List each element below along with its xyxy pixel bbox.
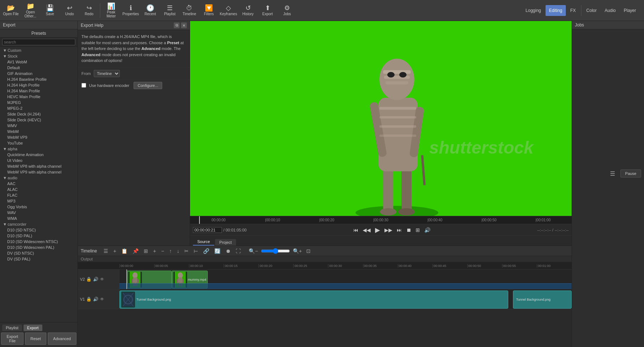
timeline-button[interactable]: ⏱ Timeline bbox=[180, 1, 199, 20]
zoom-fit-btn[interactable]: ⊡ bbox=[305, 247, 312, 255]
tl-record-btn[interactable]: ⏺ bbox=[224, 247, 232, 255]
preset-group-alpha[interactable]: ▼ alpha bbox=[0, 146, 77, 152]
preset-item-default[interactable]: Default bbox=[0, 65, 77, 71]
source-tab[interactable]: Source bbox=[193, 238, 214, 246]
preset-item-gif[interactable]: GIF Animation bbox=[0, 71, 77, 76]
tl-lower-btn[interactable]: ↓ bbox=[175, 247, 181, 255]
playlist-button[interactable]: ☰ Playlist bbox=[160, 1, 179, 20]
preset-item-flac[interactable]: FLAC bbox=[0, 192, 77, 198]
track-v1-content[interactable]: Tunnel Background.png Tunnel Background.… bbox=[119, 289, 572, 309]
preset-item-wma[interactable]: WMA bbox=[0, 216, 77, 221]
advanced-button[interactable]: Advanced bbox=[48, 333, 76, 345]
preset-group-audio[interactable]: ▼ audio bbox=[0, 175, 77, 181]
preset-item-webmvp9[interactable]: WebM VP9 bbox=[0, 134, 77, 140]
preset-item-utvideo[interactable]: Ut Video bbox=[0, 158, 77, 163]
playlist-tab-btn[interactable]: Playlist bbox=[2, 325, 22, 331]
project-tab[interactable]: Project bbox=[215, 239, 236, 246]
preset-item-dvpal[interactable]: DV (SD PAL) bbox=[0, 256, 77, 262]
tl-menu-btn[interactable]: ☰ bbox=[102, 247, 110, 255]
zoom-in-btn[interactable]: 🔍+ bbox=[291, 247, 303, 255]
jobs-button[interactable]: ⚙ Jobs bbox=[278, 1, 296, 20]
export-button[interactable]: ⬆ Export bbox=[258, 1, 277, 20]
editing-workspace-btn[interactable]: Editing bbox=[546, 5, 566, 16]
tl-paste-btn[interactable]: 📌 bbox=[131, 247, 140, 255]
save-button[interactable]: 💾 Save bbox=[41, 1, 59, 20]
preset-item-h264high[interactable]: H.264 High Profile bbox=[0, 82, 77, 88]
track-v1-clip-2[interactable]: Tunnel Background.png bbox=[513, 290, 572, 309]
preset-item-d10ntsc[interactable]: D10 (SD NTSC) bbox=[0, 227, 77, 233]
play-reverse-button[interactable]: ◀◀ bbox=[361, 226, 372, 234]
properties-button[interactable]: ℹ Properties bbox=[121, 1, 140, 20]
export-file-button[interactable]: Export File bbox=[1, 333, 24, 345]
tl-clip-btn[interactable]: 📋 bbox=[120, 247, 129, 255]
track-v2-lock[interactable]: 🔒 bbox=[86, 277, 92, 282]
preset-item-slidehevc[interactable]: Slide Deck (HEVC) bbox=[0, 117, 77, 123]
help-float-button[interactable]: ⧉ bbox=[174, 22, 180, 28]
track-v2-eye[interactable]: 👁 bbox=[100, 277, 104, 282]
zoom-out-btn[interactable]: 🔍− bbox=[247, 247, 259, 255]
zoom-slider[interactable] bbox=[261, 248, 290, 254]
preset-item-av1webm[interactable]: AV1 WebM bbox=[0, 59, 77, 65]
preset-item-mjpeg[interactable]: MJPEG bbox=[0, 100, 77, 105]
preset-item-alac[interactable]: ALAC bbox=[0, 187, 77, 192]
goto-start-button[interactable]: ⏮ bbox=[352, 226, 360, 234]
preset-item-h264main[interactable]: H.264 Main Profile bbox=[0, 88, 77, 94]
hardware-encoder-checkbox[interactable] bbox=[81, 83, 86, 88]
recent-button[interactable]: 🕐 Recent bbox=[141, 1, 160, 20]
redo-button[interactable]: ↪ Redo bbox=[80, 1, 98, 20]
preset-item-wmv[interactable]: WMV bbox=[0, 123, 77, 129]
volume-button[interactable]: 🔊 bbox=[423, 226, 432, 234]
audio-workspace-btn[interactable]: Audio bbox=[601, 5, 619, 16]
tl-loop-btn[interactable]: 🔄 bbox=[213, 247, 222, 255]
preset-item-oggvorbis[interactable]: Ogg Vorbis bbox=[0, 204, 77, 210]
peak-meter-button[interactable]: 📊 Peak Meter bbox=[102, 1, 121, 20]
keyframes-button[interactable]: ◇ Keyframes bbox=[219, 1, 238, 20]
tl-plus2-btn[interactable]: + bbox=[152, 247, 157, 255]
export-from-select[interactable]: Timeline Clip Batch bbox=[94, 70, 120, 77]
preset-item-d10wpal[interactable]: D10 (SD Widescreen PAL) bbox=[0, 244, 77, 250]
configure-button[interactable]: Configure... bbox=[134, 82, 162, 89]
current-time-input[interactable] bbox=[193, 227, 222, 233]
preview-timeline-bar[interactable]: 00:00:00 |00:00:10 |00:00:20 |00:00:30 |… bbox=[190, 216, 572, 224]
play-forward-button[interactable]: ▶▶ bbox=[383, 226, 394, 234]
tl-snap-btn[interactable]: 🔗 bbox=[202, 247, 211, 255]
preset-item-mp3[interactable]: MP3 bbox=[0, 198, 77, 204]
grid-button[interactable]: ⊞ bbox=[414, 226, 421, 234]
goto-end-button[interactable]: ⏭ bbox=[395, 226, 403, 234]
open-file-button[interactable]: 📂 Open File bbox=[1, 1, 20, 20]
preset-item-webmvp8alpha[interactable]: WebM VP8 with alpha channel bbox=[0, 163, 77, 169]
preset-item-h264base[interactable]: H.264 Baseline Profile bbox=[0, 76, 77, 82]
undo-button[interactable]: ↩ Undo bbox=[60, 1, 79, 20]
preset-item-d10wntsc[interactable]: D10 (SD Widescreen NTSC) bbox=[0, 239, 77, 244]
track-v2-content[interactable]: mummy.mp4 bbox=[119, 269, 572, 289]
tl-split-btn[interactable]: ✂ bbox=[183, 247, 190, 255]
player-workspace-btn[interactable]: Player bbox=[620, 5, 640, 16]
reset-button[interactable]: Reset bbox=[25, 333, 46, 345]
preset-item-mpeg2[interactable]: MPEG-2 bbox=[0, 105, 77, 111]
open-other-button[interactable]: 📁 Open Other... bbox=[21, 1, 40, 20]
tl-fullscreen-btn[interactable]: ⛶ bbox=[234, 247, 242, 255]
tl-trim-btn[interactable]: ⊢ bbox=[192, 247, 199, 255]
tl-append-btn[interactable]: ⊞ bbox=[142, 247, 150, 255]
track-v1-mute[interactable]: 🔊 bbox=[93, 297, 98, 302]
logging-workspace-btn[interactable]: Logging bbox=[522, 5, 545, 16]
preset-item-dvntsc[interactable]: DV (SD NTSC) bbox=[0, 250, 77, 256]
play-button[interactable]: ▶ bbox=[374, 225, 382, 235]
preset-group-custom[interactable]: ▼ Custom bbox=[0, 47, 77, 53]
preset-item-webm[interactable]: WebM bbox=[0, 129, 77, 134]
preset-item-aac[interactable]: AAC bbox=[0, 181, 77, 187]
track-v2-mute[interactable]: 🔊 bbox=[93, 277, 98, 282]
preset-item-slideh264[interactable]: Slide Deck (H.264) bbox=[0, 111, 77, 117]
track-v1-clip-1[interactable]: Tunnel Background.png bbox=[119, 290, 508, 309]
help-close-button[interactable]: ✕ bbox=[181, 22, 187, 28]
history-button[interactable]: ↺ History bbox=[239, 1, 257, 20]
preset-item-qt[interactable]: Quicktime Animation bbox=[0, 152, 77, 158]
preset-item-youtube[interactable]: YouTube bbox=[0, 140, 77, 146]
tl-minus-btn[interactable]: − bbox=[160, 247, 165, 255]
preset-item-webmvp9alpha[interactable]: WebM VP9 with alpha channel bbox=[0, 169, 77, 175]
preset-group-camcorder[interactable]: ▼ camcorder bbox=[0, 221, 77, 227]
fx-workspace-btn[interactable]: FX bbox=[567, 5, 579, 16]
export-tab-btn[interactable]: Export bbox=[24, 325, 42, 331]
tl-add-btn[interactable]: + bbox=[112, 247, 118, 255]
preset-item-hevc[interactable]: HEVC Main Profile bbox=[0, 94, 77, 100]
